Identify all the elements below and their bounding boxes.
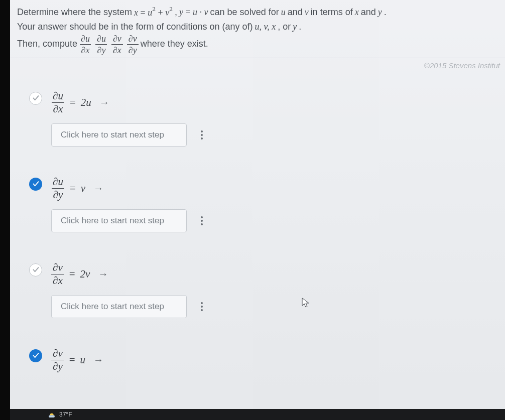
- arrow-icon: →: [96, 97, 109, 108]
- var-u: u: [281, 6, 286, 20]
- prompt-text: Determine where the system: [17, 6, 132, 20]
- answers-region: ∂u ∂x = 2u → Click here to start next st…: [10, 78, 505, 372]
- partial-frac: ∂v ∂x: [111, 34, 123, 55]
- copyright-text: ©2015 Stevens Institut: [10, 58, 505, 78]
- taskbar[interactable]: 37°F: [10, 409, 505, 420]
- prompt-text: Then, compute: [17, 37, 77, 51]
- equation-1: x = u2 + v2: [134, 5, 173, 20]
- partial-frac: ∂u ∂x: [79, 34, 91, 55]
- answer-block: ∂u ∂y = v → Click here to start next ste…: [27, 170, 505, 255]
- more-menu-icon[interactable]: [196, 299, 208, 314]
- prompt-text: Your answer should be in the form of con…: [17, 20, 253, 34]
- prompt-text: in terms of: [311, 6, 353, 20]
- more-menu-icon[interactable]: [196, 213, 208, 228]
- prompt-sep: ,: [175, 6, 177, 20]
- answer-block: ∂u ∂x = 2u → Click here to start next st…: [27, 84, 505, 170]
- status-pending-icon: [29, 263, 42, 276]
- answer-equation: ∂v ∂y = u →: [51, 348, 505, 372]
- equals: =: [70, 182, 76, 195]
- rhs: 2v: [80, 268, 90, 281]
- arrow-icon: →: [95, 268, 108, 280]
- rhs: 2u: [81, 96, 91, 109]
- status-correct-icon: [29, 178, 42, 191]
- next-step-button[interactable]: Click here to start next step: [51, 295, 187, 318]
- weather-icon: [47, 410, 56, 419]
- prompt-text: and: [288, 6, 303, 20]
- prompt-text: where they exist.: [141, 37, 208, 51]
- var-y: y: [378, 6, 382, 20]
- prompt-text: .: [299, 20, 301, 34]
- more-menu-icon[interactable]: [196, 127, 208, 143]
- question-prompt: Determine where the system x = u2 + v2 ,…: [10, 0, 505, 58]
- prompt-line-1: Determine where the system x = u2 + v2 ,…: [17, 5, 496, 20]
- next-step-button[interactable]: Click here to start next step: [51, 123, 187, 147]
- answer-equation: ∂u ∂x = 2u →: [51, 91, 505, 114]
- status-pending-icon: [29, 92, 42, 105]
- answer-equation: ∂v ∂x = 2v →: [51, 262, 505, 286]
- prompt-line-3: Then, compute ∂u ∂x ∂u ∂y ∂v ∂x ∂v ∂y wh…: [17, 34, 496, 55]
- arrow-icon: →: [90, 183, 103, 194]
- var-x: x: [355, 6, 359, 20]
- prompt-text: and: [361, 6, 376, 20]
- answer-equation: ∂u ∂y = v →: [51, 177, 505, 200]
- var-y: y: [293, 20, 297, 34]
- status-correct-icon: [29, 349, 42, 362]
- prompt-line-2: Your answer should be in the form of con…: [17, 20, 496, 34]
- arrow-icon: →: [90, 354, 103, 366]
- rhs: u: [80, 354, 86, 366]
- answer-block: ∂v ∂x = 2v → Click here to start next st…: [27, 255, 505, 341]
- partial-frac: ∂v ∂y: [127, 34, 139, 55]
- var-list: u, v, x: [255, 20, 276, 34]
- equation-2: y = u · v: [179, 6, 208, 20]
- partial-frac: ∂v ∂x: [51, 262, 64, 286]
- partial-frac: ∂u ∂y: [95, 34, 107, 55]
- rhs: v: [81, 182, 85, 195]
- prompt-text: can be solved for: [210, 6, 279, 20]
- next-step-button[interactable]: Click here to start next step: [51, 209, 187, 232]
- equals: =: [69, 354, 75, 366]
- equals: =: [70, 96, 76, 109]
- taskbar-temperature: 37°F: [59, 411, 72, 418]
- prompt-text: .: [384, 6, 387, 20]
- partial-frac: ∂u ∂y: [51, 177, 65, 200]
- equals: =: [69, 268, 75, 281]
- partial-frac: ∂u ∂x: [51, 91, 65, 114]
- prompt-text: , or: [278, 20, 291, 34]
- var-v: v: [305, 6, 309, 20]
- answer-block: ∂v ∂y = u →: [27, 341, 505, 372]
- partial-frac: ∂v ∂y: [51, 348, 64, 372]
